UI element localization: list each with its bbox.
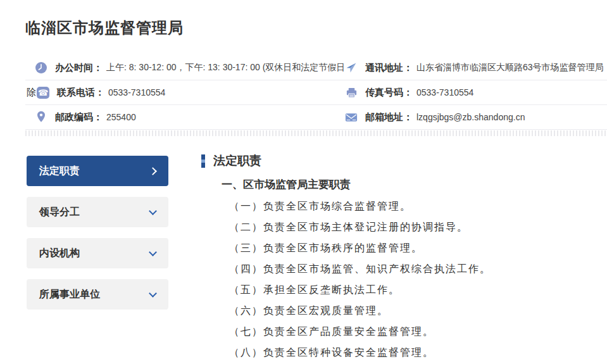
map-pin-icon <box>35 111 47 123</box>
sidebar-item-affiliated-institutions[interactable]: 所属事业单位 <box>27 279 168 310</box>
envelope-icon <box>345 111 358 123</box>
email-label: 邮箱地址： <box>365 111 413 123</box>
phone-label: 联系电话： <box>57 87 104 99</box>
duty-item: （四）负责全区市场监管、知识产权综合执法工作。 <box>229 263 587 275</box>
clock-icon <box>35 61 47 74</box>
duty-item: （一）负责全区市场综合监督管理。 <box>229 200 587 213</box>
office-hours-value: 上午: 8: 30-12: 00，下午: 13: 30-17: 00 (双休日和… <box>106 62 345 73</box>
striped-divider <box>25 130 607 136</box>
sidebar-item-leadership-division[interactable]: 领导分工 <box>27 197 168 227</box>
fax-value: 0533-7310554 <box>416 87 473 97</box>
sidebar-item-internal-departments[interactable]: 内设机构 <box>27 238 168 268</box>
email-value: lzqgsjbgs@zb.shandong.cn <box>416 112 525 122</box>
heading-accent-bar <box>201 154 205 168</box>
chevron-right-icon <box>149 167 157 175</box>
phone-icon: ☎ <box>37 86 49 99</box>
duty-item: （五）承担全区反垄断执法工作。 <box>229 284 587 296</box>
sidebar-item-legal-duties[interactable]: 法定职责 <box>27 156 168 186</box>
page-title: 临淄区市场监督管理局 <box>25 18 184 38</box>
postal-code-label: 邮政编码： <box>55 111 103 123</box>
postal-code-value: 255400 <box>106 112 136 122</box>
office-hours-overflow-text: 除 <box>27 87 36 99</box>
office-hours-cell: 办公时间： 上午: 8: 30-12: 00，下午: 13: 30-17: 00… <box>25 56 345 80</box>
section-heading-row: 法定职责 <box>201 153 587 169</box>
duty-item: （三）负责全区市场秩序的监督管理。 <box>229 242 587 254</box>
section-subheading: 一、区市场监管局主要职责 <box>222 177 587 192</box>
phone-cell: 除 ☎ 联系电话： 0533-7310554 <box>25 80 345 104</box>
paper-plane-icon <box>345 61 358 74</box>
address-label: 通讯地址： <box>365 62 413 74</box>
sidebar-item-label: 所属事业单位 <box>39 288 100 301</box>
sidebar-nav: 法定职责 领导分工 内设机构 所属事业单位 <box>27 156 168 320</box>
email-cell: 邮箱地址： lzqgsjbgs@zb.shandong.cn <box>345 105 607 129</box>
chevron-down-icon <box>149 248 157 256</box>
fax-cell: 传真号码： 0533-7310554 <box>345 80 607 104</box>
address-value: 山东省淄博市临淄区大顺路63号市场监督管理局 <box>416 62 604 73</box>
office-hours-label: 办公时间： <box>55 62 103 74</box>
phone-value: 0533-7310554 <box>108 87 165 97</box>
sidebar-item-label: 法定职责 <box>39 165 80 178</box>
chevron-down-icon <box>149 289 157 298</box>
sidebar-item-label: 领导分工 <box>39 206 80 219</box>
contact-row: 办公时间： 上午: 8: 30-12: 00，下午: 13: 30-17: 00… <box>25 56 607 80</box>
section-heading: 法定职责 <box>213 153 261 169</box>
contact-row: 除 ☎ 联系电话： 0533-7310554 传真号码： 0533-731055… <box>25 80 607 105</box>
sidebar-item-label: 内设机构 <box>39 247 80 260</box>
postal-code-cell: 邮政编码： 255400 <box>25 105 345 129</box>
duty-item: （八）负责全区特种设备安全监督管理。 <box>229 346 587 359</box>
chevron-down-icon <box>149 207 157 215</box>
address-cell: 通讯地址： 山东省淄博市临淄区大顺路63号市场监督管理局 <box>345 56 607 80</box>
duty-item: （二）负责全区市场主体登记注册的协调指导。 <box>229 221 587 234</box>
printer-icon <box>345 86 358 99</box>
duty-list: （一）负责全区市场综合监督管理。 （二）负责全区市场主体登记注册的协调指导。 （… <box>229 200 587 359</box>
contact-info-section: 办公时间： 上午: 8: 30-12: 00，下午: 13: 30-17: 00… <box>25 56 607 130</box>
duty-item: （六）负责全区宏观质量管理。 <box>229 304 587 317</box>
fax-label: 传真号码： <box>365 87 413 99</box>
contact-row: 邮政编码： 255400 邮箱地址： lzqgsjbgs@zb.shandong… <box>25 105 607 130</box>
duty-item: （七）负责全区产品质量安全监督管理。 <box>229 325 587 338</box>
main-content: 法定职责 一、区市场监管局主要职责 （一）负责全区市场综合监督管理。 （二）负责… <box>201 153 587 359</box>
